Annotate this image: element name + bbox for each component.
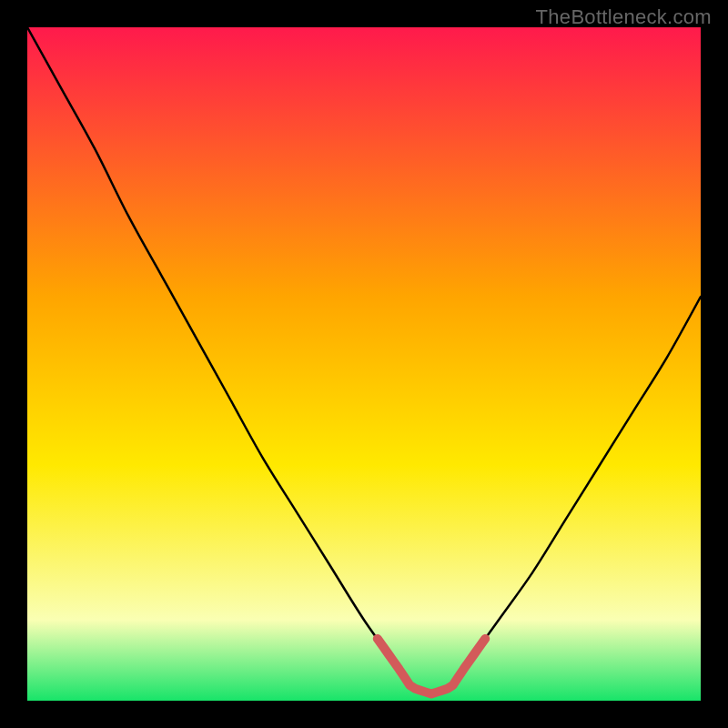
plot-area [27,27,701,701]
bottleneck-chart [27,27,701,701]
gradient-background [27,27,701,701]
watermark-text: TheBottleneck.com [536,5,712,29]
chart-frame: TheBottleneck.com [0,0,728,728]
